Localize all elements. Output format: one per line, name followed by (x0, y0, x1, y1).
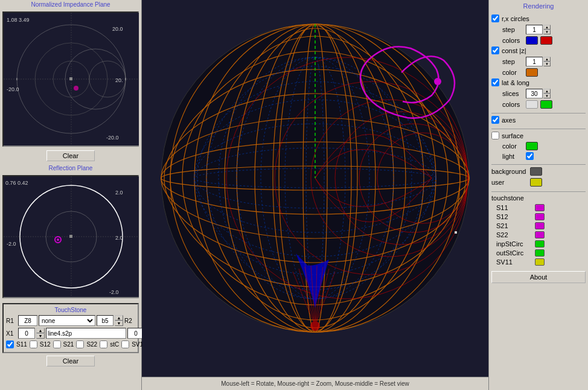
user-label: user (491, 179, 528, 186)
surface-light-checkbox[interactable] (526, 152, 534, 160)
axes-label: axes (502, 117, 516, 124)
rx-step-up[interactable]: ▲ (543, 25, 551, 30)
s12-right-label: S12 (496, 213, 532, 220)
filename-input[interactable] (46, 328, 126, 339)
s21-color-swatch[interactable] (535, 222, 545, 229)
x1-spinbox: ▲ ▼ (36, 328, 45, 339)
svg-text:2.0: 2.0 (115, 235, 123, 241)
b5-input[interactable] (97, 315, 113, 326)
const-z-orange-swatch[interactable] (526, 68, 538, 77)
reflection-chart-area[interactable]: 0.76 0.42 2.0 -2.0 2.0 -2.0 (4, 176, 139, 297)
rx-step-down[interactable]: ▼ (543, 30, 551, 34)
ts-checkbox-row: S11 S12 S21 S22 stC SV11 (6, 340, 135, 348)
x1-input[interactable] (18, 328, 35, 339)
const-z-step-label: step (502, 58, 523, 65)
lat-long-row: lat & long (491, 78, 586, 86)
background-row: background (491, 167, 586, 176)
about-button[interactable]: About (491, 271, 586, 283)
surface-green-swatch[interactable] (526, 142, 538, 150)
const-z-row: const |z| (491, 46, 586, 54)
lat-colors-row: colors (491, 100, 586, 109)
reflection-chart-panel: 0.76 0.42 2.0 -2.0 2.0 -2.0 (2, 175, 139, 298)
rx-step-input[interactable] (526, 25, 543, 34)
s21-color-row: S21 (491, 222, 586, 229)
lat-green-swatch[interactable] (540, 100, 552, 109)
svg-rect-29 (69, 235, 72, 238)
none-select[interactable]: none (39, 315, 95, 326)
const-z-step-input[interactable] (526, 57, 543, 66)
normalized-impedance-title: Normalized Impedance Plane (0, 0, 141, 9)
lat-slices-label: slices (502, 90, 523, 97)
reflection-smith-svg: 0.76 0.42 2.0 -2.0 2.0 -2.0 (4, 176, 139, 297)
s22-checkbox[interactable] (76, 340, 84, 348)
s21-label: S21 (63, 341, 74, 348)
s11-color-swatch[interactable] (535, 204, 545, 211)
touchstone-title: TouchStone (6, 307, 135, 313)
rx-circles-label: r,x circles (502, 15, 529, 22)
s21-right-label: S21 (496, 222, 532, 229)
reflection-title: Reflection Plane (0, 164, 141, 173)
outstcirc-color-swatch[interactable] (535, 249, 545, 257)
rx-step-label: step (502, 26, 523, 33)
divider-4 (491, 191, 586, 192)
const-z-checkbox[interactable] (491, 46, 499, 54)
ts-r1-row: R1 none ▲ ▼ R2 (6, 315, 135, 326)
svg-text:20.0: 20.0 (112, 26, 123, 32)
sv11-right-label: SV11 (496, 258, 532, 266)
b5-spin-down[interactable]: ▼ (115, 321, 123, 326)
svg-text:-20.0: -20.0 (106, 135, 119, 141)
lat-slices-row: slices ▲ ▼ (491, 89, 586, 98)
svg-text:0.76 0.42: 0.76 0.42 (5, 180, 28, 186)
x1-spin-up[interactable]: ▲ (36, 328, 45, 333)
const-z-step-down[interactable]: ▼ (543, 62, 551, 66)
stc-checkbox[interactable] (100, 340, 107, 348)
lat-white-swatch[interactable] (526, 100, 538, 109)
background-gray-swatch[interactable] (530, 167, 542, 176)
axes-row: axes (491, 116, 586, 124)
inpstcirc-color-swatch[interactable] (535, 240, 545, 248)
lat-slices-down[interactable]: ▼ (543, 94, 551, 98)
lat-long-checkbox[interactable] (491, 78, 499, 86)
x1-spin-down[interactable]: ▼ (36, 333, 45, 339)
lat-slices-up[interactable]: ▲ (543, 89, 551, 94)
rx-blue-swatch[interactable] (526, 36, 538, 45)
lat-slices-input[interactable] (526, 89, 543, 98)
const-z-step-up[interactable]: ▲ (543, 57, 551, 62)
status-bar: Mouse-left = Rotate, Mouse-right = Zoom,… (142, 377, 488, 390)
inpstcirc-right-label: inpStCirc (496, 240, 532, 248)
user-yellow-swatch[interactable] (530, 178, 542, 187)
s11-checkbox[interactable] (6, 340, 14, 348)
rx-circles-checkbox[interactable] (491, 14, 499, 22)
sv11-color-swatch[interactable] (535, 258, 545, 266)
sv11-checkbox[interactable] (121, 340, 129, 348)
rx-red-swatch[interactable] (540, 36, 552, 45)
sv11-color-row: SV11 (491, 258, 586, 266)
r1-input[interactable] (18, 315, 37, 326)
main-sphere-svg (142, 0, 488, 377)
surface-color-label: color (502, 142, 523, 150)
impedance-chart-area[interactable]: 1.08 3.49 20.0 -20.0 20. -20.0 (4, 13, 139, 145)
svg-text:20.: 20. (115, 77, 123, 83)
s12-checkbox[interactable] (30, 340, 37, 348)
b5-spin-up[interactable]: ▲ (115, 315, 123, 321)
s11-label: S11 (16, 341, 27, 348)
s12-color-swatch[interactable] (535, 213, 545, 220)
svg-rect-77 (455, 231, 457, 234)
touchstone-section-label-row: touchstone (491, 194, 586, 202)
s22-label: S22 (86, 341, 97, 348)
surface-light-label: light (502, 153, 523, 160)
s22-color-swatch[interactable] (535, 231, 545, 238)
clear-touchstone-button[interactable]: Clear (46, 356, 95, 366)
const-z-spinbox: ▲ ▼ (526, 57, 551, 66)
axes-checkbox[interactable] (491, 116, 499, 124)
clear-impedance-button[interactable]: Clear (46, 150, 95, 161)
main-3d-view[interactable]: Mouse-left = Rotate, Mouse-right = Zoom,… (142, 0, 488, 390)
s21-checkbox[interactable] (53, 340, 61, 348)
b5-spinbox: ▲ ▼ (115, 315, 123, 326)
right-panel: Rendering r,x circles step ▲ ▼ colors co (488, 0, 588, 390)
user-row: user (491, 178, 586, 187)
surface-checkbox[interactable] (491, 132, 499, 139)
ts-file-row: X1 ▲ ▼ ▲ ▼ X2 (6, 328, 135, 339)
r1-label: R1 (6, 318, 17, 324)
rendering-title: Rendering (491, 2, 586, 10)
